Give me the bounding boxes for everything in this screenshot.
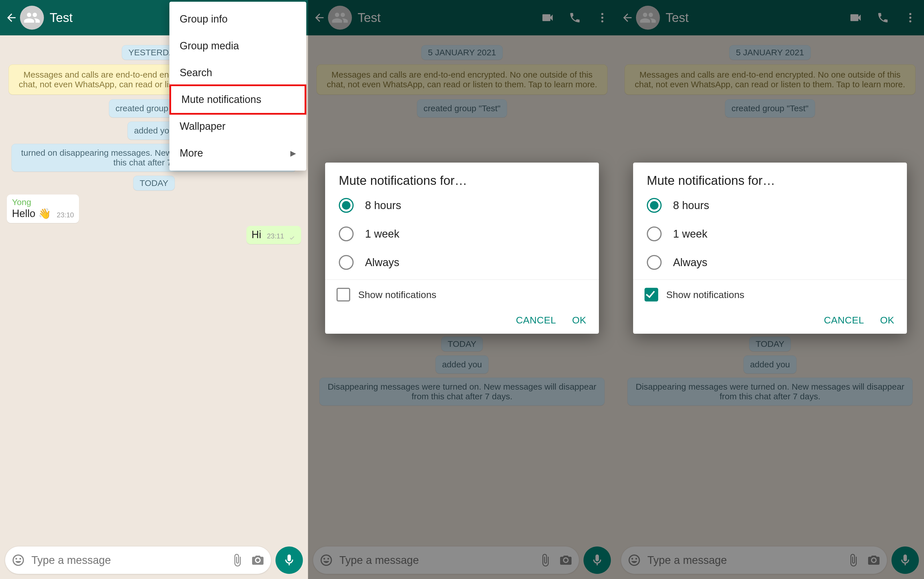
overflow-icon[interactable] [903, 10, 918, 25]
show-notifications-row[interactable]: Show notifications [633, 280, 907, 309]
message-input-bar [5, 546, 271, 574]
menu-search[interactable]: Search [170, 59, 306, 86]
message-input[interactable] [31, 554, 225, 567]
mute-dialog: Mute notifications for… 8 hours 1 week A… [325, 163, 599, 334]
radio-icon [339, 255, 354, 270]
mute-option-always[interactable]: Always [325, 248, 599, 276]
system-message: added you [743, 355, 797, 374]
group-avatar[interactable] [328, 6, 352, 29]
video-call-icon[interactable] [848, 10, 863, 25]
date-pill: TODAY [133, 176, 175, 191]
voice-call-icon[interactable] [568, 10, 582, 25]
svg-point-4 [909, 16, 911, 18]
camera-icon[interactable] [866, 552, 882, 568]
emoji-icon[interactable] [626, 552, 642, 568]
radio-icon [339, 226, 354, 241]
chat-header: Test [308, 0, 616, 35]
panel-mute-dialog-unchecked: Test 5 JANUARY 2021 Messages and calls a… [308, 0, 616, 579]
system-message: added you [436, 355, 488, 374]
menu-group-media[interactable]: Group media [170, 33, 306, 59]
date-pill: 5 JANUARY 2021 [421, 45, 503, 60]
ok-button[interactable]: OK [572, 315, 586, 326]
attach-icon[interactable] [537, 552, 553, 568]
system-message: created group "Test" [725, 99, 815, 118]
date-pill: TODAY [749, 337, 791, 352]
menu-group-info[interactable]: Group info [170, 6, 306, 33]
outgoing-message[interactable]: Hi 23:11 [247, 226, 301, 244]
chat-header: Test [616, 0, 924, 35]
message-text: Hello 👋 [12, 208, 51, 220]
back-icon[interactable] [5, 11, 18, 25]
show-notifications-row[interactable]: Show notifications [325, 280, 599, 309]
emoji-icon[interactable] [10, 552, 26, 568]
message-time: 23:11 [267, 232, 284, 240]
overflow-icon[interactable] [595, 10, 610, 25]
system-message: Disappearing messages were turned on. Ne… [627, 378, 913, 406]
back-icon[interactable] [313, 11, 326, 25]
menu-more[interactable]: More▶ [170, 140, 306, 167]
camera-icon[interactable] [558, 552, 574, 568]
camera-icon[interactable] [250, 552, 266, 568]
chevron-right-icon: ▶ [290, 149, 296, 158]
attach-icon[interactable] [229, 552, 245, 568]
radio-icon [647, 255, 662, 270]
svg-point-1 [601, 16, 603, 18]
radio-icon [647, 198, 662, 213]
menu-wallpaper[interactable]: Wallpaper [170, 113, 306, 140]
system-message: created group "Test" [417, 99, 507, 118]
message-input-bar [313, 546, 579, 574]
mic-button[interactable] [276, 546, 303, 574]
mute-option-1week[interactable]: 1 week [325, 220, 599, 248]
panel-mute-dialog-checked: Test 5 JANUARY 2021 Messages and calls a… [616, 0, 924, 579]
incoming-message[interactable]: Yong Hello 👋 23:10 [7, 195, 79, 223]
group-avatar[interactable] [636, 6, 660, 29]
svg-point-5 [909, 20, 911, 22]
video-call-icon[interactable] [540, 10, 555, 25]
svg-point-0 [601, 13, 603, 15]
chat-title[interactable]: Test [358, 11, 540, 25]
date-pill: TODAY [441, 337, 483, 352]
mic-button[interactable] [891, 546, 919, 574]
group-avatar[interactable] [20, 6, 44, 29]
mic-button[interactable] [583, 546, 611, 574]
message-text: Hi [251, 229, 261, 241]
encryption-notice[interactable]: Messages and calls are end-to-end encryp… [317, 64, 607, 95]
checkbox-icon [645, 288, 658, 301]
message-input[interactable] [647, 554, 841, 567]
emoji-icon[interactable] [318, 552, 334, 568]
voice-call-icon[interactable] [875, 10, 890, 25]
svg-point-2 [601, 20, 603, 22]
radio-icon [339, 198, 354, 213]
svg-point-3 [909, 13, 911, 15]
checkbox-icon [336, 288, 350, 301]
dialog-title: Mute notifications for… [325, 173, 599, 191]
encryption-notice[interactable]: Messages and calls are end-to-end encryp… [625, 64, 916, 95]
message-time: 23:10 [57, 211, 74, 219]
mute-option-8hours[interactable]: 8 hours [633, 191, 907, 220]
mute-dialog: Mute notifications for… 8 hours 1 week A… [633, 163, 907, 334]
back-icon[interactable] [620, 11, 634, 25]
delivered-icon [288, 235, 296, 241]
mute-option-8hours[interactable]: 8 hours [325, 191, 599, 220]
system-message: Disappearing messages were turned on. Ne… [319, 378, 605, 406]
cancel-button[interactable]: CANCEL [824, 315, 864, 326]
menu-mute-notifications[interactable]: Mute notifications [170, 84, 306, 114]
chat-title[interactable]: Test [666, 11, 848, 25]
radio-icon [647, 226, 662, 241]
ok-button[interactable]: OK [880, 315, 895, 326]
attach-icon[interactable] [845, 552, 861, 568]
mute-option-1week[interactable]: 1 week [633, 220, 907, 248]
panel-chat-with-menu: Test YESTERDAY Messages and calls are en… [0, 0, 308, 579]
message-input[interactable] [339, 554, 533, 567]
date-pill: 5 JANUARY 2021 [729, 45, 810, 60]
dialog-title: Mute notifications for… [633, 173, 907, 191]
mute-option-always[interactable]: Always [633, 248, 907, 276]
sender-name: Yong [12, 197, 74, 207]
cancel-button[interactable]: CANCEL [516, 315, 556, 326]
message-input-bar [621, 546, 887, 574]
overflow-menu: Group info Group media Search Mute notif… [170, 2, 306, 170]
